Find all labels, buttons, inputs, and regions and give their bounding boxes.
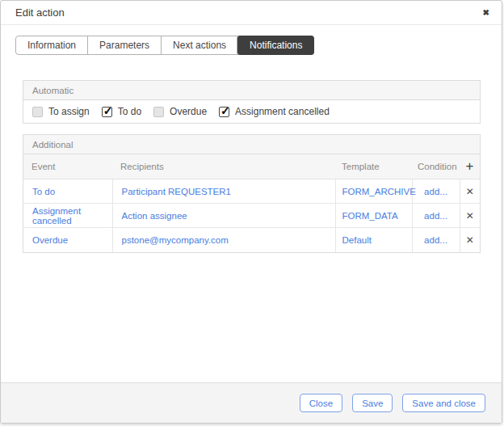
recipients-link[interactable]: Action assignee: [122, 211, 187, 221]
template-link[interactable]: FORM_DATA: [342, 211, 398, 221]
notifications-table: Event Recipients Template Condition + To…: [23, 154, 480, 252]
checkbox-to-do: To do: [102, 106, 141, 117]
dialog-content: Automatic To assign To do Overdue Assign…: [1, 55, 502, 382]
automatic-section-title: Automatic: [23, 81, 480, 100]
column-header-condition: Condition: [412, 154, 460, 179]
checkbox-label: Overdue: [170, 106, 207, 117]
column-header-event: Event: [23, 154, 112, 179]
remove-row-icon[interactable]: ✕: [466, 210, 474, 221]
checkbox-label: To assign: [48, 106, 90, 117]
edit-action-dialog: Edit action ✖ Information Parameters Nex…: [0, 0, 502, 424]
recipients-link[interactable]: pstone@mycompany.com: [122, 235, 229, 245]
automatic-checkbox-row: To assign To do Overdue Assignment cance…: [23, 100, 480, 123]
to-assign-checkbox[interactable]: [32, 107, 43, 117]
checkbox-to-assign: To assign: [32, 106, 90, 117]
add-notification-button[interactable]: +: [460, 154, 480, 179]
automatic-section: Automatic To assign To do Overdue Assign…: [23, 80, 481, 124]
template-link[interactable]: FORM_ARCHIVE: [342, 187, 416, 196]
tab-next-actions[interactable]: Next actions: [161, 36, 237, 54]
close-button[interactable]: Close: [300, 394, 342, 412]
table-header-row: Event Recipients Template Condition +: [23, 154, 480, 179]
dialog-footer: Close Save Save and close: [1, 382, 502, 423]
event-link[interactable]: Overdue: [32, 235, 68, 245]
tab-notifications[interactable]: Notifications: [237, 36, 314, 55]
condition-add-link[interactable]: add...: [424, 187, 447, 196]
remove-row-icon[interactable]: ✕: [466, 186, 474, 197]
table-row: Assignment cancelled Action assignee FOR…: [23, 204, 480, 228]
save-button[interactable]: Save: [352, 394, 393, 412]
additional-section-title: Additional: [23, 135, 480, 154]
condition-add-link[interactable]: add...: [424, 211, 447, 221]
template-link[interactable]: Default: [342, 235, 372, 245]
recipients-link[interactable]: Participant REQUESTER1: [122, 187, 232, 196]
event-link[interactable]: Assignment cancelled: [32, 206, 81, 226]
checkbox-label: To do: [118, 106, 141, 117]
tab-bar: Information Parameters Next actions Noti…: [15, 36, 502, 55]
checkbox-assignment-cancelled: Assignment cancelled: [219, 106, 330, 117]
column-header-template: Template: [335, 154, 412, 179]
dialog-title: Edit action: [15, 1, 65, 24]
overdue-checkbox[interactable]: [153, 107, 164, 117]
to-do-checkbox[interactable]: [102, 107, 112, 117]
condition-add-link[interactable]: add...: [424, 235, 447, 245]
checkbox-label: Assignment cancelled: [235, 106, 330, 117]
checkbox-overdue: Overdue: [153, 106, 207, 117]
table-row: To do Participant REQUESTER1 FORM_ARCHIV…: [23, 179, 480, 204]
tab-parameters[interactable]: Parameters: [87, 36, 161, 54]
remove-row-icon[interactable]: ✕: [466, 234, 474, 246]
additional-section: Additional Event Recipients Template Con…: [23, 134, 481, 253]
dialog-header: Edit action ✖: [1, 1, 502, 25]
table-row: Overdue pstone@mycompany.com Default add…: [23, 228, 480, 252]
dialog-close-icon[interactable]: ✖: [483, 1, 489, 24]
column-header-recipients: Recipients: [112, 154, 335, 179]
event-link[interactable]: To do: [32, 187, 55, 196]
assignment-cancelled-checkbox[interactable]: [219, 107, 229, 117]
tab-information[interactable]: Information: [16, 36, 87, 54]
save-and-close-button[interactable]: Save and close: [402, 394, 485, 412]
